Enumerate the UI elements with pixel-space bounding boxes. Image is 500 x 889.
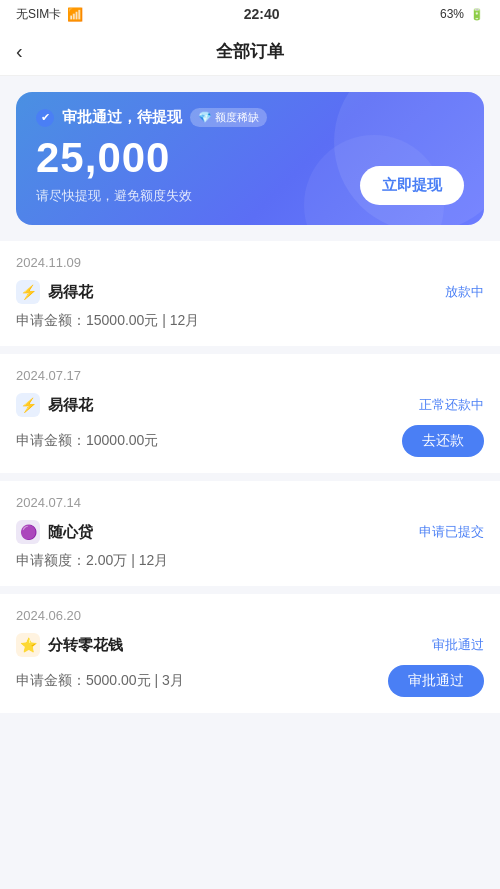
hero-badge: 💎 额度稀缺 (190, 108, 267, 127)
brand-icon-0: ⚡ (16, 280, 40, 304)
wifi-icon: 📶 (67, 7, 83, 22)
brand-name-0: 易得花 (48, 283, 93, 302)
order-header-3: ⭐ 分转零花钱 审批通过 (16, 633, 484, 657)
order-detail-text-2: 申请额度：2.00万 | 12月 (16, 552, 168, 570)
order-section-0: 2024.11.09 ⚡ 易得花 放款中 申请金额：15000.00元 | 12… (0, 241, 500, 346)
order-card-0: ⚡ 易得花 放款中 申请金额：15000.00元 | 12月 (0, 276, 500, 346)
order-list: 2024.11.09 ⚡ 易得花 放款中 申请金额：15000.00元 | 12… (0, 241, 500, 741)
order-detail-1: 申请金额：10000.00元 去还款 (16, 425, 484, 457)
order-brand-2: 🟣 随心贷 (16, 520, 93, 544)
order-detail-3: 申请金额：5000.00元 | 3月 审批通过 (16, 665, 484, 697)
order-detail-0: 申请金额：15000.00元 | 12月 (16, 312, 484, 330)
order-date-2: 2024.07.14 (0, 481, 500, 516)
brand-name-2: 随心贷 (48, 523, 93, 542)
brand-icon-3: ⭐ (16, 633, 40, 657)
status-bar: 无SIM卡 📶 22:40 63% 🔋 (0, 0, 500, 28)
carrier-label: 无SIM卡 (16, 6, 61, 23)
order-card-1: ⚡ 易得花 正常还款中 申请金额：10000.00元 去还款 (0, 389, 500, 473)
battery-icon: 🔋 (470, 8, 484, 21)
nav-bar: ‹ 全部订单 (0, 28, 500, 76)
withdraw-button[interactable]: 立即提现 (360, 166, 464, 205)
hero-status-text: 审批通过，待提现 (62, 108, 182, 127)
order-status-1: 正常还款中 (419, 396, 484, 414)
order-detail-text-0: 申请金额：15000.00元 | 12月 (16, 312, 199, 330)
order-status-3: 审批通过 (432, 636, 484, 654)
badge-text: 额度稀缺 (215, 110, 259, 125)
hero-banner: ✔ 审批通过，待提现 💎 额度稀缺 25,000 请尽快提现，避免额度失效 立即… (16, 92, 484, 225)
order-detail-2: 申请额度：2.00万 | 12月 (16, 552, 484, 570)
order-header-1: ⚡ 易得花 正常还款中 (16, 393, 484, 417)
order-action-btn-3[interactable]: 审批通过 (388, 665, 484, 697)
order-section-2: 2024.07.14 🟣 随心贷 申请已提交 申请额度：2.00万 | 12月 (0, 481, 500, 586)
order-brand-3: ⭐ 分转零花钱 (16, 633, 123, 657)
back-button[interactable]: ‹ (16, 40, 23, 63)
order-detail-text-1: 申请金额：10000.00元 (16, 432, 158, 450)
order-date-0: 2024.11.09 (0, 241, 500, 276)
brand-icon-2: 🟣 (16, 520, 40, 544)
status-time: 22:40 (244, 6, 280, 22)
order-section-3: 2024.06.20 ⭐ 分转零花钱 审批通过 申请金额：5000.00元 | … (0, 594, 500, 713)
brand-name-3: 分转零花钱 (48, 636, 123, 655)
order-status-0: 放款中 (445, 283, 484, 301)
order-detail-text-3: 申请金额：5000.00元 | 3月 (16, 672, 184, 690)
order-card-3: ⭐ 分转零花钱 审批通过 申请金额：5000.00元 | 3月 审批通过 (0, 629, 500, 713)
order-brand-1: ⚡ 易得花 (16, 393, 93, 417)
order-date-1: 2024.07.17 (0, 354, 500, 389)
order-section-1: 2024.07.17 ⚡ 易得花 正常还款中 申请金额：10000.00元 去还… (0, 354, 500, 473)
badge-icon: 💎 (198, 111, 212, 124)
hero-status-row: ✔ 审批通过，待提现 💎 额度稀缺 (36, 108, 464, 127)
order-header-2: 🟣 随心贷 申请已提交 (16, 520, 484, 544)
order-brand-0: ⚡ 易得花 (16, 280, 93, 304)
order-action-btn-1[interactable]: 去还款 (402, 425, 484, 457)
battery-label: 63% (440, 7, 464, 21)
check-icon: ✔ (36, 109, 54, 127)
order-header-0: ⚡ 易得花 放款中 (16, 280, 484, 304)
page-title: 全部订单 (216, 40, 284, 63)
brand-name-1: 易得花 (48, 396, 93, 415)
status-left: 无SIM卡 📶 (16, 6, 83, 23)
status-right: 63% 🔋 (440, 7, 484, 21)
order-status-2: 申请已提交 (419, 523, 484, 541)
order-card-2: 🟣 随心贷 申请已提交 申请额度：2.00万 | 12月 (0, 516, 500, 586)
order-date-3: 2024.06.20 (0, 594, 500, 629)
brand-icon-1: ⚡ (16, 393, 40, 417)
